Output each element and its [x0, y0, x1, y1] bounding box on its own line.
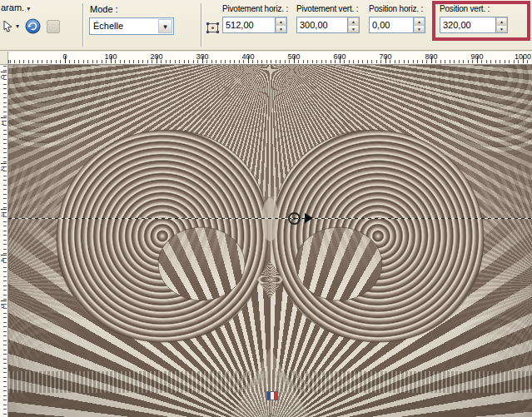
spinner: ▲ ▼	[413, 17, 425, 32]
chevron-down-icon: ▾	[163, 22, 167, 31]
field-label: Position horiz. :	[369, 4, 425, 13]
field-pivot-vert: Pivotement vert. : 300,00 ▲ ▼	[296, 4, 360, 33]
pivot-vert-input[interactable]: 300,00 ▲ ▼	[296, 17, 360, 33]
hruler-label: 600	[331, 52, 349, 61]
ruler-minor-ticks	[8, 60, 532, 63]
presets-dropdown[interactable]: aram.▾	[1, 2, 30, 12]
horizontal-ruler: 0 100 200 300 400 500 600 700 800 900 10…	[8, 52, 532, 65]
field-label: Position vert. :	[440, 4, 508, 13]
position-vert-input[interactable]: 320,00 ▲ ▼	[440, 17, 508, 33]
vruler-label: 2	[1, 165, 4, 172]
field-position-vert: Position vert. : 320,00 ▲ ▼	[440, 4, 508, 33]
field-pivot-horiz: Pivotement horiz. : 512,00 ▲ ▼	[222, 4, 288, 33]
flag-artifact	[266, 391, 278, 400]
pivot-icon	[206, 21, 220, 35]
field-value: 300,00	[300, 20, 328, 30]
vruler-label: 1	[1, 119, 4, 127]
spin-up-button[interactable]: ▲	[348, 17, 359, 25]
hruler-label: 300	[193, 52, 211, 61]
hruler-label: 100	[102, 52, 120, 61]
vruler-label: 3	[1, 211, 4, 218]
spin-down-button[interactable]: ▼	[496, 25, 507, 32]
presets-label: aram.	[1, 2, 24, 12]
pointer-tool-button[interactable]: ▾	[2, 20, 19, 32]
field-value: 0,00	[372, 20, 390, 30]
vruler-label: 5	[1, 302, 4, 310]
spin-up-button[interactable]: ▲	[276, 17, 286, 25]
tool-options-toolbar: aram.▾ ▾	[0, 0, 532, 51]
axis-arrow-handle[interactable]	[305, 213, 313, 223]
spin-down-button[interactable]: ▼	[348, 25, 359, 32]
field-value: 512,00	[226, 20, 254, 30]
field-value: 320,00	[443, 20, 471, 30]
spin-up-button[interactable]: ▲	[496, 17, 507, 25]
cursor-icon	[2, 20, 14, 32]
mode-label: Mode :	[90, 4, 118, 14]
hruler-label: 900	[468, 52, 486, 61]
spinner: ▲ ▼	[347, 17, 359, 32]
toolbar-separator	[82, 3, 84, 47]
chevron-down-icon: ▾	[16, 22, 19, 30]
hruler-label: 0	[56, 52, 74, 61]
deform-axis-guide[interactable]	[8, 218, 532, 219]
spinner: ▲ ▼	[495, 17, 507, 32]
vruler-label: 0	[1, 73, 4, 81]
field-position-horiz: Position horiz. : 0,00 ▲ ▼	[369, 4, 425, 33]
position-horiz-input[interactable]: 0,00 ▲ ▼	[369, 17, 425, 33]
toolbar-icon-row: ▾	[2, 18, 60, 34]
spinner: ▲ ▼	[275, 17, 286, 32]
mode-dropdown-button[interactable]: ▾	[158, 19, 172, 33]
pivot-mode-button[interactable]	[206, 21, 220, 38]
fractal-vignette	[8, 65, 532, 417]
hruler-label: 200	[147, 52, 166, 61]
field-label: Pivotement horiz. :	[222, 4, 288, 13]
vruler-label: 4	[1, 256, 4, 264]
save-preset-icon[interactable]	[47, 20, 60, 33]
chevron-down-icon: ▾	[27, 5, 30, 12]
toolbar-separator	[201, 3, 202, 47]
hruler-label: 400	[239, 52, 257, 61]
mode-selected-value: Échelle	[93, 21, 123, 31]
field-label: Pivotement vert. :	[296, 4, 360, 13]
hruler-label: 700	[376, 52, 395, 61]
mode-select[interactable]: Échelle ▾	[89, 17, 174, 35]
spin-up-button[interactable]: ▲	[414, 17, 425, 25]
reset-icon	[25, 18, 41, 34]
pivot-handle[interactable]	[288, 212, 301, 225]
ruler-corner	[0, 52, 8, 65]
hruler-label: 500	[285, 52, 303, 61]
app-window: aram.▾ ▾	[0, 0, 532, 417]
vertical-ruler: 0 1 2 3 4 5	[0, 65, 8, 417]
hruler-label: 1000	[514, 52, 532, 61]
spin-down-button[interactable]: ▼	[276, 25, 286, 32]
hruler-label: 800	[422, 52, 440, 61]
image-canvas[interactable]	[8, 65, 532, 417]
spin-down-button[interactable]: ▼	[414, 25, 425, 32]
reset-defaults-button[interactable]	[25, 18, 41, 34]
pivot-horiz-input[interactable]: 512,00 ▲ ▼	[222, 17, 287, 33]
